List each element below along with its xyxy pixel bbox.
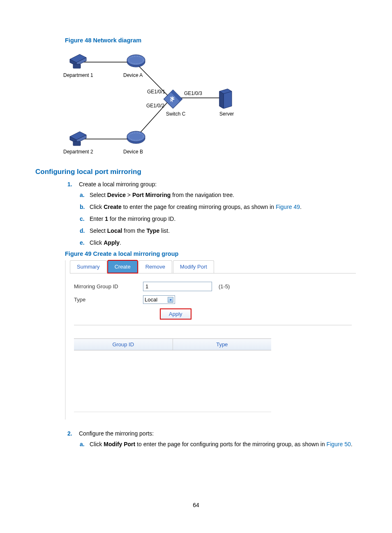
label-ge103: GE1/0/3 xyxy=(184,90,202,96)
network-diagram: Department 1 Device A GE1/0/1 GE1/0/3 GE… xyxy=(65,48,242,155)
step-1d: d.Select Local from the Type list. xyxy=(80,227,357,235)
col-type[interactable]: Type xyxy=(173,339,272,350)
step-1e: e.Click Apply. xyxy=(80,239,357,247)
router-icon xyxy=(126,129,146,147)
svg-rect-11 xyxy=(73,141,81,146)
section-heading: Configuring local port mirroring xyxy=(35,168,357,176)
step-1a: a.Select Device > Port Mirroring from th… xyxy=(80,191,357,199)
figure-50-link[interactable]: Figure 50 xyxy=(327,441,351,447)
pc-icon xyxy=(68,127,88,147)
label-ge101: GE1/0/1 xyxy=(147,89,165,95)
label-device-a: Device A xyxy=(123,72,143,78)
select-type[interactable]: Local ▾ xyxy=(143,295,175,304)
svg-rect-5 xyxy=(73,64,81,68)
label-mirroring-group-id: Mirroring Group ID xyxy=(74,283,143,290)
label-switch-c: Switch C xyxy=(166,111,185,117)
label-dept1: Department 1 xyxy=(63,72,93,78)
input-mirroring-group-id[interactable]: 1 xyxy=(143,282,212,291)
table-body-empty xyxy=(74,350,271,412)
label-device-b: Device B xyxy=(123,149,143,155)
mirroring-group-screenshot: Summary Create Remove Modify Port Mirror… xyxy=(65,260,356,419)
step-1: 1.Create a local mirroring group: xyxy=(67,181,357,188)
step-1c: c.Enter 1 for the mirroring group ID. xyxy=(80,215,357,223)
step-2a: a.Click Modify Port to enter the page fo… xyxy=(80,440,357,449)
server-icon xyxy=(218,87,233,109)
tab-modify-port[interactable]: Modify Port xyxy=(173,260,214,273)
range-hint: (1-5) xyxy=(219,283,230,290)
page-number: 64 xyxy=(193,502,199,508)
pc-icon xyxy=(68,50,88,70)
label-dept2: Department 2 xyxy=(63,149,93,155)
col-group-id[interactable]: Group ID xyxy=(74,339,173,350)
chevron-down-icon: ▾ xyxy=(168,297,173,303)
tab-summary[interactable]: Summary xyxy=(70,260,107,273)
figure-48-caption: Figure 48 Network diagram xyxy=(65,37,357,44)
router-icon xyxy=(126,53,146,71)
tab-create[interactable]: Create xyxy=(108,260,138,273)
label-ge102: GE1/0/2 xyxy=(146,103,164,109)
apply-button[interactable]: Apply xyxy=(160,309,191,319)
label-server: Server xyxy=(219,111,234,117)
switch-icon xyxy=(163,89,183,109)
figure-49-link[interactable]: Figure 49 xyxy=(276,204,300,210)
step-2: 2.Configure the mirroring ports: xyxy=(67,430,357,437)
step-1b: b.Click Create to enter the page for cre… xyxy=(80,203,357,211)
tab-remove[interactable]: Remove xyxy=(138,260,172,273)
figure-49-caption: Figure 49 Create a local mirroring group xyxy=(65,250,357,257)
tabs: Summary Create Remove Modify Port xyxy=(70,260,356,273)
group-table: Group ID Type xyxy=(74,338,271,412)
separator xyxy=(74,325,352,325)
label-type: Type xyxy=(74,297,143,303)
